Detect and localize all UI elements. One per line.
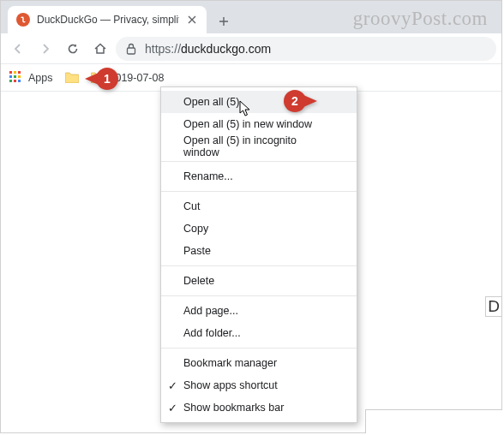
separator xyxy=(161,191,357,192)
close-icon[interactable] xyxy=(186,14,198,26)
home-button[interactable] xyxy=(88,37,112,61)
svg-rect-1 xyxy=(128,48,135,54)
folder-icon xyxy=(65,72,79,83)
ctx-copy[interactable]: Copy xyxy=(161,218,357,240)
lock-icon xyxy=(126,43,138,55)
callout-1: 1 xyxy=(85,68,118,90)
separator xyxy=(161,295,357,296)
separator xyxy=(161,265,357,266)
separator xyxy=(161,161,357,162)
browser-tab[interactable]: DuckDuckGo — Privacy, simplifie xyxy=(8,6,207,33)
ctx-show-bookmarks-bar[interactable]: ✓Show bookmarks bar xyxy=(161,396,357,419)
reload-button[interactable] xyxy=(61,37,85,61)
context-menu: Open all (5) Open all (5) in new window … xyxy=(160,86,357,423)
ctx-add-folder[interactable]: Add folder... xyxy=(161,322,357,344)
separator xyxy=(161,348,357,349)
page-edge-letter: D xyxy=(485,296,502,317)
toolbar: https://duckduckgo.com xyxy=(1,33,501,64)
bookmark-folder-empty[interactable] xyxy=(65,72,79,83)
ctx-paste[interactable]: Paste xyxy=(161,240,357,262)
new-tab-button[interactable] xyxy=(212,9,236,33)
callout-2: 2 xyxy=(284,90,317,112)
apps-icon xyxy=(9,71,23,85)
ctx-add-page[interactable]: Add page... xyxy=(161,300,357,322)
duckduckgo-favicon xyxy=(16,13,30,27)
forward-button[interactable] xyxy=(33,37,57,61)
ctx-rename[interactable]: Rename... xyxy=(161,165,357,188)
apps-shortcut[interactable]: Apps xyxy=(9,71,53,85)
ctx-open-all-new-window[interactable]: Open all (5) in new window xyxy=(161,113,357,135)
page-edge-box xyxy=(365,409,502,433)
check-icon: ✓ xyxy=(168,379,177,392)
ctx-open-all[interactable]: Open all (5) xyxy=(161,91,357,113)
ctx-delete[interactable]: Delete xyxy=(161,270,357,292)
ctx-cut[interactable]: Cut xyxy=(161,195,357,218)
tab-title: DuckDuckGo — Privacy, simplifie xyxy=(37,14,179,26)
url-text: https://duckduckgo.com xyxy=(145,42,271,56)
check-icon: ✓ xyxy=(168,402,177,414)
apps-label: Apps xyxy=(28,72,53,84)
watermark-text: groovyPost.com xyxy=(353,8,488,30)
address-bar[interactable]: https://duckduckgo.com xyxy=(116,37,496,61)
ctx-bookmark-manager[interactable]: Bookmark manager xyxy=(161,352,357,374)
back-button[interactable] xyxy=(6,37,30,61)
ctx-open-all-incognito[interactable]: Open all (5) in incognito window xyxy=(161,135,357,158)
ctx-show-apps-shortcut[interactable]: ✓Show apps shortcut xyxy=(161,374,357,396)
